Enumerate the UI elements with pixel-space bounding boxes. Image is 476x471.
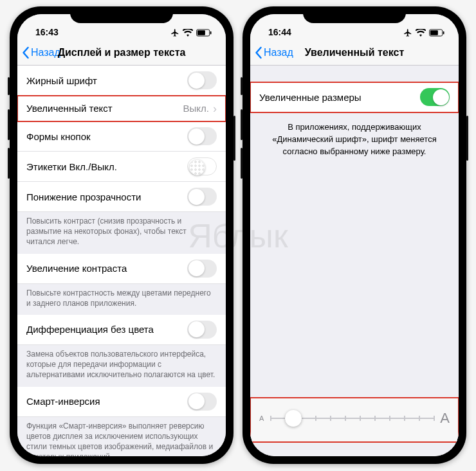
- side-button: [466, 116, 468, 161]
- chevron-right-icon: ›: [213, 103, 217, 114]
- switch-onoff-labels[interactable]: [187, 157, 217, 175]
- phone-right: 16:44 Назад Увеличенный текст Увеличенны…: [243, 6, 466, 464]
- footer-text: Повысить контраст (снизив прозрачность и…: [17, 212, 226, 254]
- nav-bar: Назад Дисплей и размер текста: [17, 40, 226, 66]
- row-label: Увеличение контраста: [26, 263, 127, 274]
- slider-tick: [419, 416, 420, 421]
- slider-min-label: A: [259, 414, 264, 422]
- row-larger-sizes[interactable]: Увеличенные размеры: [250, 82, 459, 112]
- row-label: Формы кнопок: [26, 131, 91, 142]
- row-label: Этикетки Вкл./Выкл.: [26, 161, 117, 172]
- footer-text: Функция «Смарт-инверсия» выполняет ревер…: [17, 417, 226, 457]
- row-larger-text[interactable]: Увеличенный текст Выкл. ›: [17, 96, 226, 121]
- slider-tick: [330, 416, 331, 421]
- side-button: [8, 148, 10, 179]
- row-reduce-transparency[interactable]: Понижение прозрачности: [17, 182, 226, 212]
- footer-text: Замена объектов пользовательского интерф…: [17, 345, 226, 387]
- switch-smart-invert[interactable]: [187, 393, 217, 411]
- back-button[interactable]: Назад: [21, 46, 60, 59]
- side-button: [241, 148, 243, 179]
- row-label: Жирный шрифт: [26, 75, 97, 86]
- nav-title: Дисплей и размер текста: [58, 47, 186, 58]
- phone-left: 16:43 Назад Дисплей и размер текста Жирн…: [10, 6, 233, 464]
- switch-larger-sizes[interactable]: [420, 88, 450, 106]
- screen: 16:43 Назад Дисплей и размер текста Жирн…: [17, 14, 226, 456]
- slider-thumb[interactable]: [285, 410, 302, 427]
- row-label: Увеличенные размеры: [259, 92, 362, 103]
- text-size-slider[interactable]: A A: [259, 410, 450, 427]
- wifi-icon: [183, 29, 193, 37]
- slider-tick: [345, 416, 346, 421]
- footer-text: Повысьте контрастность между цветами пер…: [17, 284, 226, 315]
- row-value: Выкл.: [183, 103, 209, 114]
- side-button: [8, 77, 10, 95]
- notch: [70, 6, 173, 23]
- row-diff-without-color[interactable]: Дифференциация без цвета: [17, 315, 226, 345]
- status-time: 16:44: [268, 27, 291, 37]
- airplane-icon: [170, 28, 179, 37]
- chevron-left-icon: [254, 46, 262, 59]
- svg-rect-2: [210, 31, 212, 35]
- svg-rect-5: [443, 31, 444, 35]
- battery-icon: [429, 29, 444, 37]
- slider-tick: [389, 416, 390, 421]
- wifi-icon: [416, 29, 426, 37]
- slider-max-label: A: [440, 410, 450, 427]
- slider-tick: [434, 416, 435, 421]
- switch-bold-text[interactable]: [187, 71, 217, 89]
- slider-track[interactable]: [270, 418, 434, 419]
- switch-increase-contrast[interactable]: [187, 260, 217, 278]
- nav-title: Увеличенный текст: [305, 47, 405, 58]
- row-label: Смарт-инверсия: [26, 396, 100, 407]
- row-smart-invert[interactable]: Смарт-инверсия: [17, 387, 226, 417]
- side-button: [233, 116, 235, 161]
- chevron-left-icon: [21, 46, 30, 59]
- slider-tick: [374, 416, 376, 421]
- side-button: [241, 109, 243, 140]
- status-time: 16:43: [35, 27, 59, 37]
- switch-reduce-transparency[interactable]: [187, 188, 217, 206]
- slider-tick: [360, 416, 361, 421]
- nav-bar: Назад Увеличенный текст: [250, 40, 459, 66]
- slider-tick: [270, 416, 271, 421]
- content: Увеличенные размеры В приложениях, подде…: [250, 66, 459, 456]
- slider-tick: [404, 416, 405, 421]
- row-bold-text[interactable]: Жирный шрифт: [17, 66, 226, 96]
- row-button-shapes[interactable]: Формы кнопок: [17, 121, 226, 152]
- side-button: [8, 109, 10, 140]
- back-label: Назад: [31, 47, 60, 58]
- row-increase-contrast[interactable]: Увеличение контраста: [17, 254, 226, 284]
- row-label: Понижение прозрачности: [26, 191, 141, 202]
- text-size-slider-area: A A: [250, 398, 459, 442]
- airplane-icon: [403, 28, 412, 37]
- status-icons: [170, 28, 212, 37]
- slider-tick: [315, 416, 316, 421]
- battery-icon: [196, 29, 212, 37]
- row-label: Дифференциация без цвета: [26, 324, 154, 335]
- row-label: Увеличенный текст: [26, 103, 113, 114]
- screen: 16:44 Назад Увеличенный текст Увеличенны…: [250, 14, 459, 456]
- content[interactable]: Жирный шрифт Увеличенный текст Выкл. › Ф…: [17, 66, 226, 456]
- status-icons: [403, 28, 444, 37]
- side-button: [241, 77, 243, 95]
- switch-diff-without-color[interactable]: [187, 321, 217, 339]
- spacer: [250, 66, 459, 82]
- svg-rect-4: [430, 30, 438, 35]
- back-label: Назад: [264, 47, 293, 58]
- description-text: В приложениях, поддерживающих «Динамичес…: [250, 112, 459, 167]
- notch: [303, 6, 406, 23]
- row-onoff-labels[interactable]: Этикетки Вкл./Выкл.: [17, 152, 226, 182]
- back-button[interactable]: Назад: [254, 46, 293, 59]
- svg-rect-1: [197, 30, 205, 35]
- switch-button-shapes[interactable]: [187, 127, 217, 145]
